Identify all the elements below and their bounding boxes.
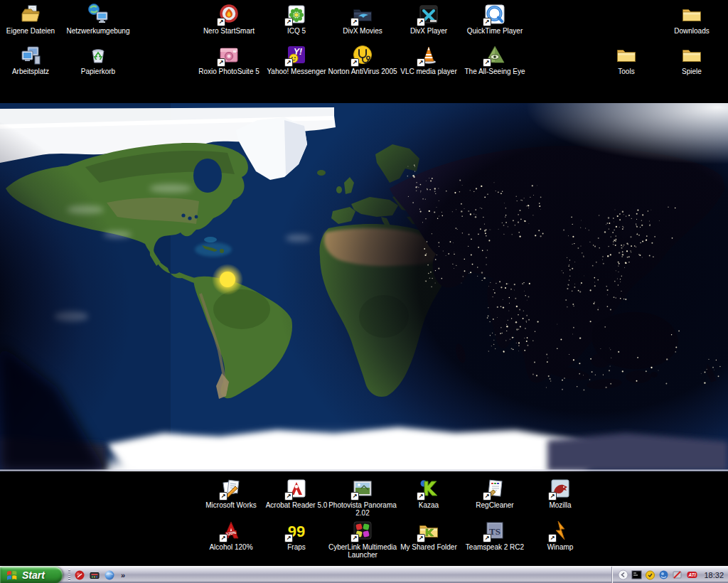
shortcut-arrow-icon: ↗ xyxy=(217,58,225,67)
desktop-icon-kazaa[interactable]: ↗ Kazaa xyxy=(393,477,464,509)
downloads-icon xyxy=(680,3,703,26)
microsoft-works-icon: ↗ xyxy=(220,477,242,500)
quicklaunch-red-media-icon[interactable] xyxy=(74,569,85,581)
shortcut-arrow-icon: ↗ xyxy=(483,18,491,26)
shortcut-arrow-icon: ↗ xyxy=(483,58,491,67)
fraps-icon: 99 ↗ xyxy=(285,519,308,542)
shortcut-arrow-icon: ↗ xyxy=(548,534,557,542)
desktop-icon-quicktime-player[interactable]: ↗ QuickTime Player xyxy=(459,3,530,35)
desktop-icon-papierkorb[interactable]: Papierkorb xyxy=(63,43,134,75)
desktop-icon-eigene-dateien[interactable]: Eigene Dateien xyxy=(0,3,66,35)
start-button-label: Start xyxy=(22,569,45,581)
quicklaunch-overflow-chevron[interactable]: » xyxy=(119,571,127,579)
start-button[interactable]: Start xyxy=(0,567,63,583)
desktop-icon-label: Yahoo! Messenger xyxy=(261,68,332,75)
shortcut-arrow-icon: ↗ xyxy=(417,18,425,26)
desktop-icon-arbeitsplatz[interactable]: Arbeitsplatz xyxy=(0,43,66,75)
tray-command-prompt-icon[interactable] xyxy=(631,569,642,580)
desktop-icon-label: Winamp xyxy=(525,543,596,551)
desktop-icon-winamp[interactable]: ↗ Winamp xyxy=(525,519,596,551)
desktop-icon-acrobat-reader[interactable]: ↗ Acrobat Reader 5.0 xyxy=(261,477,332,509)
desktop-icon-label: Nero StartSmart xyxy=(193,27,264,35)
taskbar: Start xyxy=(0,566,728,583)
divx-movies-icon: ↗ xyxy=(351,3,374,26)
desktop-icon-label: DivX Movies xyxy=(327,27,398,35)
desktop-icon-spiele[interactable]: Spiele xyxy=(656,43,727,75)
tray-blue-ball-icon[interactable] xyxy=(658,569,669,580)
quicklaunch-multimedia-keyboard-icon[interactable] xyxy=(89,569,100,581)
teamspeak-2-rc2-icon: TS ↗ xyxy=(483,519,506,542)
quicklaunch-blue-sphere-icon[interactable] xyxy=(104,569,115,581)
divx-player-icon: ↗ xyxy=(417,3,440,26)
desktop-icon-tools[interactable]: Tools xyxy=(591,43,662,75)
desktop-icon-downloads[interactable]: Downloads xyxy=(656,3,727,35)
desktop-icon-label: Downloads xyxy=(656,27,727,35)
shortcut-arrow-icon: ↗ xyxy=(217,18,225,26)
arbeitsplatz-icon xyxy=(19,43,42,66)
shortcut-arrow-icon: ↗ xyxy=(548,492,557,501)
roxio-photosuite-5-icon: ↗ xyxy=(218,43,240,66)
tray-ati-icon[interactable]: ATI xyxy=(685,569,699,580)
desktop-icon-layer: Eigene Dateien Netzwerkumgebung ↗ Nero S… xyxy=(0,0,728,566)
kazaa-icon: ↗ xyxy=(417,477,440,500)
desktop-icon-vlc-media-player[interactable]: ↗ VLC media player xyxy=(393,43,464,75)
desktop-icon-fraps[interactable]: 99 ↗ Fraps xyxy=(261,519,332,551)
nero-startsmart-icon: ↗ xyxy=(218,3,240,26)
desktop-icon-nero-startsmart[interactable]: ↗ Nero StartSmart xyxy=(193,3,264,35)
desktop-icon-label: Spiele xyxy=(656,68,727,75)
my-shared-folder-icon: ↗ xyxy=(417,519,440,542)
eigene-dateien-icon xyxy=(19,3,42,26)
desktop-icon-teamspeak-2-rc2[interactable]: TS ↗ Teamspeak 2 RC2 xyxy=(459,519,530,551)
desktop-icon-label: DivX Player xyxy=(393,27,464,35)
desktop-icon-label: ICQ 5 xyxy=(261,27,332,35)
tray-yellow-status-icon[interactable] xyxy=(645,569,655,580)
desktop-icon-divx-movies[interactable]: ↗ DivX Movies xyxy=(327,3,398,35)
tray-device-disabled-icon[interactable] xyxy=(672,569,682,580)
desktop-icon-photovista-panorama[interactable]: ↗ Photovista Panorama 2.02 xyxy=(327,477,398,517)
shortcut-arrow-icon: ↗ xyxy=(350,534,359,542)
desktop-icon-label: Alcohol 120% xyxy=(196,543,267,551)
desktop-icon-label: Roxio PhotoSuite 5 xyxy=(193,68,264,75)
shortcut-arrow-icon: ↗ xyxy=(284,534,293,542)
desktop-icon-label: Mozilla xyxy=(525,501,596,509)
desktop-icon-mozilla[interactable]: ↗ Mozilla xyxy=(525,477,596,509)
norton-antivirus-2005-icon: ↗ xyxy=(351,43,374,66)
tools-icon xyxy=(615,43,638,66)
desktop-icon-all-seeing-eye[interactable]: ↗ The All-Seeing Eye xyxy=(459,43,530,75)
desktop-icon-cyberlink-multimedia-launcher[interactable]: ↗ CyberLink Multimedia Launcher xyxy=(327,519,398,559)
desktop-icon-my-shared-folder[interactable]: ↗ My Shared Folder xyxy=(393,519,464,551)
shortcut-arrow-icon: ↗ xyxy=(483,534,491,542)
shortcut-arrow-icon: ↗ xyxy=(483,492,491,501)
desktop-icon-label: QuickTime Player xyxy=(459,27,530,35)
desktop-icon-label: The All-Seeing Eye xyxy=(459,68,530,75)
mozilla-icon: ↗ xyxy=(549,477,572,500)
desktop-icon-label: Norton AntiVirus 2005 xyxy=(327,68,398,75)
shortcut-arrow-icon: ↗ xyxy=(219,492,228,501)
desktop-icon-label: CyberLink Multimedia Launcher xyxy=(327,543,398,559)
desktop-icon-roxio-photosuite-5[interactable]: ↗ Roxio PhotoSuite 5 xyxy=(193,43,264,75)
desktop-icon-alcohol-120[interactable]: 120% ↗ Alcohol 120% xyxy=(196,519,267,551)
desktop-icon-label: Kazaa xyxy=(393,501,464,509)
acrobat-reader-icon: ↗ xyxy=(285,477,308,500)
netzwerkumgebung-icon xyxy=(87,3,109,26)
desktop-icon-norton-antivirus-2005[interactable]: ↗ Norton AntiVirus 2005 xyxy=(327,43,398,75)
desktop-icon-label: Fraps xyxy=(261,543,332,551)
desktop-icon-microsoft-works[interactable]: ↗ Microsoft Works xyxy=(196,477,267,509)
desktop[interactable]: Eigene Dateien Netzwerkumgebung ↗ Nero S… xyxy=(0,0,728,583)
desktop-icon-icq-5[interactable]: ↗ ICQ 5 xyxy=(261,3,332,35)
desktop-icon-netzwerkumgebung[interactable]: Netzwerkumgebung xyxy=(63,3,134,35)
quicktime-player-icon: ↗ xyxy=(483,3,506,26)
taskbar-clock: 18:32 xyxy=(704,571,724,579)
tray-collapse-chevron-button[interactable] xyxy=(618,569,628,580)
desktop-icon-label: Teamspeak 2 RC2 xyxy=(459,543,530,551)
shortcut-arrow-icon: ↗ xyxy=(350,492,359,501)
desktop-icon-label: Microsoft Works xyxy=(196,501,267,509)
desktop-icon-yahoo-messenger[interactable]: Y! ↗ Yahoo! Messenger xyxy=(261,43,332,75)
quick-launch-drag-handle[interactable] xyxy=(68,569,70,581)
desktop-icon-label: Eigene Dateien xyxy=(0,27,66,35)
desktop-icon-label: RegCleaner xyxy=(459,501,530,509)
desktop-icon-regcleaner[interactable]: ↗ RegCleaner xyxy=(459,477,530,509)
vlc-media-player-icon: ↗ xyxy=(417,43,440,66)
shortcut-arrow-icon: ↗ xyxy=(350,58,359,67)
desktop-icon-divx-player[interactable]: ↗ DivX Player xyxy=(393,3,464,35)
